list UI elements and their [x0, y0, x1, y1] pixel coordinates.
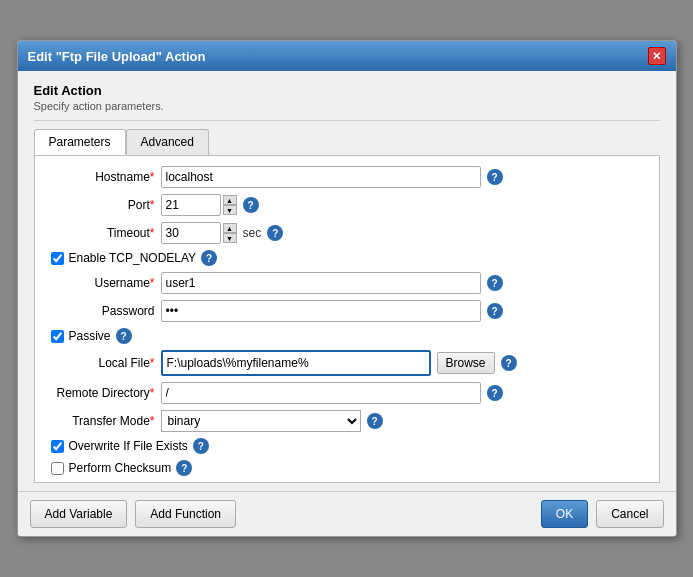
username-help-icon[interactable]: ?	[487, 275, 503, 291]
tcp-nodelay-checkbox[interactable]	[51, 252, 64, 265]
bottom-left-buttons: Add Variable Add Function	[30, 500, 237, 528]
dialog-titlebar: Edit "Ftp File Upload" Action ✕	[18, 41, 676, 71]
transfer-mode-label: Transfer Mode*	[45, 414, 155, 428]
passive-checkbox[interactable]	[51, 330, 64, 343]
timeout-unit: sec	[243, 226, 262, 240]
cancel-button[interactable]: Cancel	[596, 500, 663, 528]
port-spinner-group: ▲ ▼	[161, 194, 237, 216]
timeout-required: *	[150, 226, 155, 240]
port-spinner-btns: ▲ ▼	[223, 195, 237, 215]
username-label: Username*	[45, 276, 155, 290]
passive-help-icon[interactable]: ?	[116, 328, 132, 344]
hostname-label: Hostname*	[45, 170, 155, 184]
hostname-required: *	[150, 170, 155, 184]
username-row: Username* ?	[45, 272, 645, 294]
section-title: Edit Action	[34, 83, 660, 98]
scroll-area[interactable]: Hostname* ? Port* ▲ ▼	[45, 166, 649, 482]
timeout-spinner-group: ▲ ▼	[161, 222, 237, 244]
hostname-help-icon[interactable]: ?	[487, 169, 503, 185]
remote-directory-input[interactable]	[161, 382, 481, 404]
local-file-help-icon[interactable]: ?	[501, 355, 517, 371]
timeout-help-icon[interactable]: ?	[267, 225, 283, 241]
bottom-right-buttons: OK Cancel	[541, 500, 664, 528]
browse-button[interactable]: Browse	[437, 352, 495, 374]
remote-directory-row: Remote Directory* ?	[45, 382, 645, 404]
passive-label: Passive	[69, 329, 111, 343]
hostname-input[interactable]	[161, 166, 481, 188]
local-file-row: Local File* Browse ?	[45, 350, 645, 376]
port-required: *	[150, 198, 155, 212]
port-down-btn[interactable]: ▼	[223, 205, 237, 215]
add-function-button[interactable]: Add Function	[135, 500, 236, 528]
checksum-row: Perform Checksum ?	[45, 460, 645, 476]
tcp-nodelay-label: Enable TCP_NODELAY	[69, 251, 197, 265]
timeout-up-btn[interactable]: ▲	[223, 223, 237, 233]
remote-directory-help-icon[interactable]: ?	[487, 385, 503, 401]
tabs: Parameters Advanced	[34, 129, 660, 155]
dialog-title: Edit "Ftp File Upload" Action	[28, 49, 206, 64]
timeout-spinner-btns: ▲ ▼	[223, 223, 237, 243]
tcp-nodelay-help-icon[interactable]: ?	[201, 250, 217, 266]
local-file-required: *	[150, 356, 155, 370]
overwrite-checkbox[interactable]	[51, 440, 64, 453]
timeout-label: Timeout*	[45, 226, 155, 240]
password-row: Password ?	[45, 300, 645, 322]
password-input[interactable]	[161, 300, 481, 322]
overwrite-help-icon[interactable]: ?	[193, 438, 209, 454]
remote-directory-required: *	[150, 386, 155, 400]
local-file-label: Local File*	[45, 356, 155, 370]
port-help-icon[interactable]: ?	[243, 197, 259, 213]
port-up-btn[interactable]: ▲	[223, 195, 237, 205]
close-button[interactable]: ✕	[648, 47, 666, 65]
hostname-row: Hostname* ?	[45, 166, 645, 188]
port-label: Port*	[45, 198, 155, 212]
tcp-nodelay-row: Enable TCP_NODELAY ?	[45, 250, 645, 266]
port-row: Port* ▲ ▼ ?	[45, 194, 645, 216]
checksum-checkbox[interactable]	[51, 462, 64, 475]
transfer-mode-required: *	[150, 414, 155, 428]
checksum-help-icon[interactable]: ?	[176, 460, 192, 476]
remote-directory-label: Remote Directory*	[45, 386, 155, 400]
tab-parameters[interactable]: Parameters	[34, 129, 126, 155]
local-file-input[interactable]	[161, 350, 431, 376]
bottom-bar: Add Variable Add Function OK Cancel	[18, 491, 676, 536]
timeout-input[interactable]	[161, 222, 221, 244]
checksum-label: Perform Checksum	[69, 461, 172, 475]
password-help-icon[interactable]: ?	[487, 303, 503, 319]
dialog-content: Edit Action Specify action parameters. P…	[18, 71, 676, 491]
username-input[interactable]	[161, 272, 481, 294]
transfer-mode-row: Transfer Mode* binary ascii auto ?	[45, 410, 645, 432]
username-required: *	[150, 276, 155, 290]
overwrite-label: Overwrite If File Exists	[69, 439, 188, 453]
section-subtitle: Specify action parameters.	[34, 100, 660, 112]
password-label: Password	[45, 304, 155, 318]
timeout-down-btn[interactable]: ▼	[223, 233, 237, 243]
tab-advanced[interactable]: Advanced	[126, 129, 209, 155]
add-variable-button[interactable]: Add Variable	[30, 500, 128, 528]
divider	[34, 120, 660, 121]
overwrite-row: Overwrite If File Exists ?	[45, 438, 645, 454]
ok-button[interactable]: OK	[541, 500, 588, 528]
transfer-mode-help-icon[interactable]: ?	[367, 413, 383, 429]
timeout-row: Timeout* ▲ ▼ sec ?	[45, 222, 645, 244]
transfer-mode-select[interactable]: binary ascii auto	[161, 410, 361, 432]
dialog: Edit "Ftp File Upload" Action ✕ Edit Act…	[17, 40, 677, 537]
passive-row: Passive ?	[45, 328, 645, 344]
port-input[interactable]	[161, 194, 221, 216]
tab-content: Hostname* ? Port* ▲ ▼	[34, 155, 660, 483]
